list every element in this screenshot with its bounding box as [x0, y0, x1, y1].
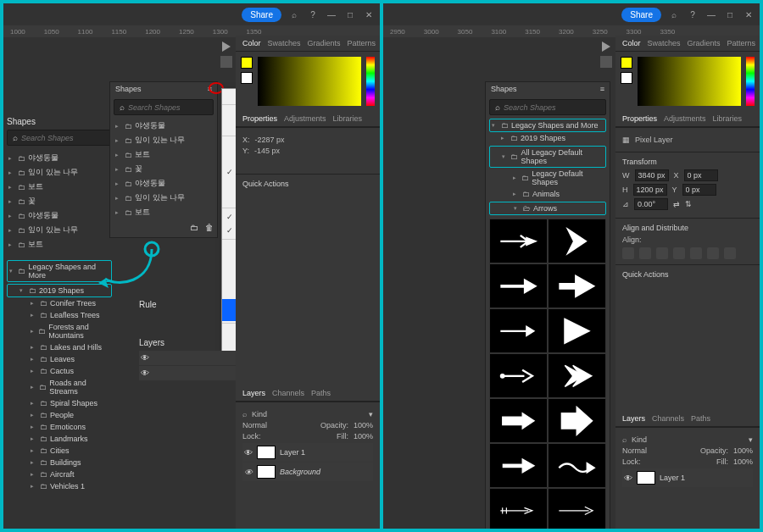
folder-item[interactable]: ▸🗀꽃: [114, 162, 214, 176]
folder-item[interactable]: ▸🗀Forests and Mountains: [7, 321, 112, 341]
visibility-icon[interactable]: 👁: [244, 448, 253, 457]
layer-row[interactable]: 👁: [139, 366, 237, 380]
folder-arrows[interactable]: ▾🗁Arrows: [489, 202, 606, 215]
tab-channels[interactable]: Channels: [652, 414, 684, 423]
help-icon[interactable]: ?: [307, 8, 319, 20]
folder-item[interactable]: ▸🗀Landmarks: [7, 433, 112, 445]
share-button[interactable]: Share: [621, 8, 661, 22]
shape-thumb[interactable]: [489, 308, 548, 353]
hue-slider[interactable]: [746, 57, 755, 106]
width-input[interactable]: [635, 169, 669, 181]
search-input[interactable]: ⌕: [489, 99, 606, 115]
folder-item[interactable]: ▸🗀Legacy Default Shapes: [489, 168, 606, 188]
share-button[interactable]: Share: [242, 8, 281, 22]
folder-item[interactable]: ▸🗀Buildings: [7, 457, 112, 468]
folder-item[interactable]: ▸🗀Roads and Streams: [7, 377, 112, 397]
folder-item[interactable]: ▸🗀Vehicles 1: [7, 480, 112, 492]
quick-actions-header[interactable]: Quick Actions: [622, 270, 753, 279]
folder-item[interactable]: ▸🗀Aircraft: [7, 468, 112, 480]
shape-thumb[interactable]: [489, 219, 548, 263]
align-bottom-icon[interactable]: [707, 247, 719, 259]
folder-legacy-shapes[interactable]: ▾🗀Legacy Shapes and More: [7, 260, 112, 282]
flip-h-icon[interactable]: ⇄: [673, 200, 680, 208]
y-input[interactable]: [682, 184, 716, 196]
flip-v-icon[interactable]: ⇅: [685, 200, 692, 208]
tab-layers[interactable]: Layers: [622, 414, 645, 423]
angle-input[interactable]: [634, 198, 668, 210]
x-input[interactable]: [684, 169, 718, 181]
folder-item[interactable]: ▸🗀Emoticons: [7, 421, 112, 433]
new-folder-icon[interactable]: 🗀: [190, 223, 198, 232]
folder-legacy-shapes[interactable]: ▾🗀Legacy Shapes and More: [489, 119, 606, 132]
tab-layers[interactable]: Layers: [242, 389, 265, 397]
shape-thumb[interactable]: [489, 263, 548, 308]
shape-thumb[interactable]: [548, 308, 606, 353]
tab-adjustments[interactable]: Adjustments: [284, 114, 326, 123]
search-input[interactable]: ⌕: [114, 99, 214, 115]
tool-icon[interactable]: [600, 56, 612, 68]
panel-menu-icon[interactable]: ≡: [208, 85, 212, 93]
tab-libraries[interactable]: Libraries: [713, 114, 743, 123]
help-icon[interactable]: ?: [687, 8, 699, 20]
folder-item[interactable]: ▸🗀야생동물: [114, 119, 214, 133]
folder-item[interactable]: ▸🗀Conifer Trees: [7, 297, 112, 309]
quick-actions-header[interactable]: Quick Actions: [242, 180, 373, 188]
tab-libraries[interactable]: Libraries: [333, 114, 363, 123]
folder-item[interactable]: ▸🗀Lakes and Hills: [7, 341, 112, 353]
align-left-icon[interactable]: [622, 247, 634, 259]
folder-item[interactable]: ▸🗀보트: [114, 147, 214, 162]
hue-slider[interactable]: [366, 57, 375, 106]
visibility-icon[interactable]: 👁: [244, 468, 253, 477]
foreground-swatch[interactable]: [241, 57, 253, 69]
panel-menu-icon[interactable]: ≡: [600, 85, 604, 93]
background-swatch[interactable]: [621, 72, 632, 84]
shape-thumb[interactable]: [548, 488, 606, 529]
folder-item[interactable]: ▸🗀Leafless Trees: [7, 309, 112, 321]
align-header[interactable]: Align and Distribute: [622, 224, 753, 232]
visibility-icon[interactable]: 👁: [141, 369, 149, 378]
tab-channels[interactable]: Channels: [272, 389, 304, 397]
folder-item[interactable]: ▸🗀보트: [114, 205, 214, 219]
align-right-icon[interactable]: [656, 247, 668, 259]
search-input[interactable]: ⌕: [7, 130, 112, 146]
layer-row[interactable]: 👁Layer 1: [242, 443, 373, 462]
shape-thumb[interactable]: [489, 488, 548, 529]
minimize-icon[interactable]: —: [705, 8, 717, 20]
maximize-icon[interactable]: □: [344, 8, 356, 20]
tool-icon[interactable]: [220, 56, 232, 68]
transform-header[interactable]: Transform: [622, 158, 753, 166]
folder-item[interactable]: ▸🗀Leaves: [7, 353, 112, 365]
shape-thumb[interactable]: [489, 398, 548, 443]
folder-item[interactable]: ▸🗀Cactus: [7, 365, 112, 377]
folder-item[interactable]: ▸🗀야생동물: [7, 151, 112, 165]
play-icon[interactable]: [602, 42, 610, 52]
minimize-icon[interactable]: —: [326, 8, 337, 20]
folder-item[interactable]: ▸🗀잎이 있는 나무: [7, 223, 112, 237]
close-icon[interactable]: ✕: [743, 8, 755, 20]
close-icon[interactable]: ✕: [363, 8, 375, 20]
shape-thumb[interactable]: [548, 398, 606, 443]
visibility-icon[interactable]: 👁: [624, 474, 632, 483]
color-picker[interactable]: [638, 57, 741, 106]
folder-item[interactable]: ▸🗀잎이 있는 나무: [7, 165, 112, 180]
folder-item[interactable]: ▸🗀보트: [7, 237, 112, 252]
align-middle-icon[interactable]: [690, 247, 702, 259]
tab-swatches[interactable]: Swatches: [648, 39, 681, 47]
align-center-icon[interactable]: [639, 247, 651, 259]
folder-item[interactable]: ▸🗀꽃: [7, 194, 112, 208]
folder-item[interactable]: ▸🗀Animals: [489, 188, 606, 200]
color-picker[interactable]: [258, 57, 361, 106]
folder-item[interactable]: ▸🗀야생동물: [7, 208, 112, 223]
maximize-icon[interactable]: □: [724, 8, 736, 20]
folder-item[interactable]: ▸🗀잎이 있는 나무: [114, 191, 214, 205]
tab-properties[interactable]: Properties: [622, 114, 657, 123]
tab-color[interactable]: Color: [622, 39, 641, 47]
tab-swatches[interactable]: Swatches: [268, 39, 301, 47]
shape-thumb[interactable]: [489, 443, 548, 488]
folder-2019-shapes[interactable]: ▾🗀2019 Shapes: [7, 284, 112, 297]
search-icon[interactable]: ⌕: [668, 8, 680, 20]
folder-item[interactable]: ▸🗀Cities: [7, 445, 112, 457]
tab-paths[interactable]: Paths: [311, 389, 331, 397]
tab-patterns[interactable]: Patterns: [727, 39, 756, 47]
folder-2019-shapes[interactable]: ▸🗀2019 Shapes: [489, 132, 606, 144]
